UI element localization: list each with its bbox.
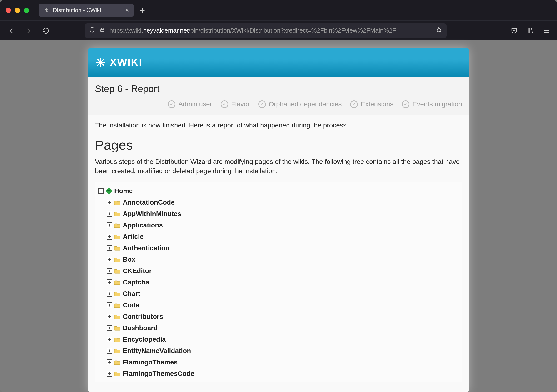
xwiki-logo: XWIKI <box>95 56 142 68</box>
tree-root-row[interactable]: − Home <box>98 185 459 197</box>
folder-icon <box>114 280 121 285</box>
tree-item[interactable]: CKEditor <box>107 265 459 277</box>
tree-item-label: Encyclopedia <box>123 336 166 343</box>
check-icon: ✓ <box>258 100 266 108</box>
pages-description: Various steps of the Distribution Wizard… <box>95 157 462 176</box>
expand-toggle[interactable] <box>107 200 112 205</box>
pocket-icon[interactable] <box>509 26 519 35</box>
url-prefix: https://xwiki. <box>109 27 143 34</box>
tree-children: AnnotationCodeAppWithinMinutesApplicatio… <box>98 197 459 379</box>
reload-button[interactable] <box>39 24 52 37</box>
expand-toggle[interactable] <box>107 291 112 297</box>
tree-item[interactable]: EntityNameValidation <box>107 345 459 357</box>
url-suffix: /bin/distribution/XWiki/Distribution?xre… <box>188 27 396 34</box>
wizard-step-label: Events migration <box>412 100 462 108</box>
step-title: Step 6 - Report <box>95 83 462 94</box>
pages-heading: Pages <box>95 137 462 153</box>
tree-item-label: Applications <box>123 221 163 229</box>
wizard-step-admin-user: ✓Admin user <box>168 100 212 108</box>
tree-item-label: EntityNameValidation <box>123 347 191 355</box>
forward-button[interactable] <box>22 24 35 37</box>
tree-root-label: Home <box>114 187 133 195</box>
folder-icon <box>114 314 121 319</box>
tree-item[interactable]: Captcha <box>107 277 459 288</box>
collapse-toggle[interactable]: − <box>98 188 104 194</box>
wizard-step-orphaned-deps: ✓Orphaned dependencies <box>258 100 342 108</box>
tree-item-label: AnnotationCode <box>123 199 175 206</box>
report-body: The installation is now finished. Here i… <box>88 115 469 392</box>
pages-tree: − Home AnnotationCodeAppWithinMinutesApp… <box>95 182 462 383</box>
tree-item[interactable]: FlamingoThemes <box>107 357 459 368</box>
expand-toggle[interactable] <box>107 302 112 308</box>
folder-icon <box>114 268 121 273</box>
xwiki-logo-text: XWIKI <box>110 56 142 68</box>
tree-item[interactable]: Applications <box>107 220 459 231</box>
tree-item-label: Chart <box>123 290 140 297</box>
new-tab-button[interactable]: + <box>134 6 151 15</box>
tree-item[interactable]: Box <box>107 254 459 265</box>
check-icon: ✓ <box>350 100 358 108</box>
wizard-step-extensions: ✓Extensions <box>350 100 393 108</box>
world-icon <box>106 188 112 194</box>
wizard-step-label: Admin user <box>178 100 212 108</box>
folder-icon <box>114 337 121 342</box>
tree-item[interactable]: Code <box>107 299 459 311</box>
tree-item[interactable]: Dashboard <box>107 322 459 334</box>
expand-toggle[interactable] <box>107 245 112 251</box>
url-bar[interactable]: https://xwiki.heyvaldemar.net/bin/distri… <box>85 23 447 38</box>
minimize-window-button[interactable] <box>15 8 20 13</box>
tree-item[interactable]: AppWithinMinutes <box>107 208 459 220</box>
expand-toggle[interactable] <box>107 371 112 376</box>
expand-toggle[interactable] <box>107 314 112 320</box>
tree-item[interactable]: Chart <box>107 288 459 299</box>
tree-item-label: Dashboard <box>123 324 158 332</box>
tree-item[interactable]: Contributors <box>107 311 459 322</box>
tree-item-label: FlamingoThemes <box>123 359 178 366</box>
back-button[interactable] <box>5 24 18 37</box>
folder-icon <box>114 348 121 353</box>
expand-toggle[interactable] <box>107 211 112 217</box>
expand-toggle[interactable] <box>107 257 112 262</box>
folder-icon <box>114 234 121 239</box>
library-icon[interactable] <box>525 26 535 35</box>
tree-item-label: FlamingoThemesCode <box>123 370 194 377</box>
intro-text: The installation is now finished. Here i… <box>95 121 462 129</box>
tree-item[interactable]: Authentication <box>107 242 459 254</box>
tree-item[interactable]: FlamingoThemesCode <box>107 368 459 379</box>
folder-icon <box>114 371 121 376</box>
expand-toggle[interactable] <box>107 336 112 342</box>
expand-toggle[interactable] <box>107 280 112 285</box>
folder-icon <box>114 303 121 308</box>
expand-toggle[interactable] <box>107 222 112 228</box>
close-tab-button[interactable]: × <box>125 7 129 14</box>
check-icon: ✓ <box>221 100 228 108</box>
expand-toggle[interactable] <box>107 234 112 240</box>
url-host: heyvaldemar.net <box>143 27 189 34</box>
tree-item-label: Code <box>123 301 139 309</box>
expand-toggle[interactable] <box>107 360 112 365</box>
folder-icon <box>114 291 121 296</box>
lock-icon <box>99 27 105 34</box>
expand-toggle[interactable] <box>107 325 112 331</box>
tree-item-label: AppWithinMinutes <box>123 210 181 218</box>
check-icon: ✓ <box>402 100 410 108</box>
tree-item-label: Authentication <box>123 244 170 252</box>
page-card: XWIKI Step 6 - Report ✓Admin user ✓Flavo… <box>88 48 469 392</box>
bookmark-star-icon[interactable] <box>436 26 442 35</box>
menu-icon[interactable] <box>542 26 551 35</box>
tree-item-label: Article <box>123 233 144 240</box>
expand-toggle[interactable] <box>107 348 112 354</box>
navbar: https://xwiki.heyvaldemar.net/bin/distri… <box>0 20 557 40</box>
expand-toggle[interactable] <box>107 268 112 274</box>
tree-item[interactable]: Article <box>107 231 459 242</box>
tree-item-label: CKEditor <box>123 267 152 275</box>
folder-icon <box>114 211 121 216</box>
close-window-button[interactable] <box>6 8 11 13</box>
folder-icon <box>114 360 121 365</box>
maximize-window-button[interactable] <box>24 8 29 13</box>
tree-item[interactable]: Encyclopedia <box>107 334 459 345</box>
folder-icon <box>114 246 121 251</box>
browser-window: Distribution - XWiki × + https <box>0 0 557 392</box>
tree-item[interactable]: AnnotationCode <box>107 197 459 208</box>
browser-tab[interactable]: Distribution - XWiki × <box>39 4 134 17</box>
